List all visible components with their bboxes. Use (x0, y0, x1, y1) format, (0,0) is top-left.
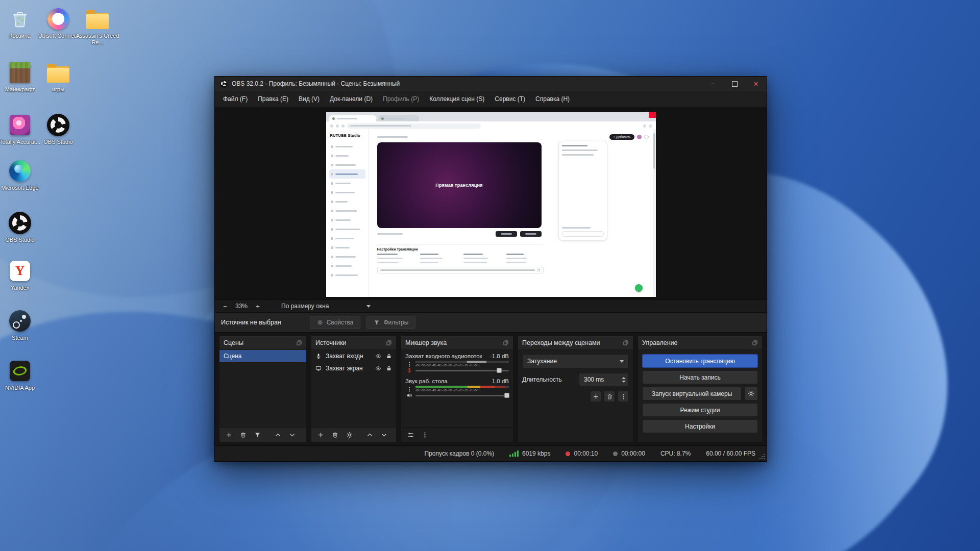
desktop-icon-yandex[interactable]: Yandex (0, 259, 40, 291)
menu-view[interactable]: Вид (V) (293, 95, 325, 103)
popout-icon[interactable] (386, 340, 392, 346)
fit-mode-dropdown[interactable]: По размеру окна (281, 303, 371, 310)
eye-icon[interactable] (375, 365, 381, 371)
preview-canvas[interactable]: RUTUBE Studio (326, 112, 656, 297)
source-label: Захват экран (326, 365, 363, 372)
zoom-level: 33% (235, 303, 248, 310)
source-properties-button[interactable] (344, 429, 355, 440)
desktop-icon-recycle-bin[interactable]: Корзина (0, 7, 40, 39)
sources-dock-header[interactable]: Источники (311, 336, 396, 349)
placeholder-line (562, 149, 598, 151)
menu-edit[interactable]: Правка (E) (253, 95, 293, 103)
remove-transition-button[interactable] (604, 391, 615, 402)
kebab-menu-icon[interactable] (406, 361, 412, 367)
minimize-button[interactable]: − (702, 77, 724, 91)
menu-profile[interactable]: Профиль (P) (378, 95, 424, 103)
desktop-icon-obs-studio-2[interactable]: OBS Studio (0, 211, 40, 243)
source-up-button[interactable] (364, 429, 375, 440)
folder-icon (46, 61, 70, 84)
duration-label: Длительность (522, 376, 562, 383)
stop-streaming-button[interactable]: Остановить трансляцию (642, 354, 758, 368)
popout-icon[interactable] (296, 340, 302, 346)
eye-icon[interactable] (375, 353, 381, 359)
volume-slider[interactable] (415, 367, 509, 374)
scene-filters-button[interactable] (252, 429, 263, 440)
resize-grip[interactable] (759, 454, 765, 460)
desktop-icon-obs-studio[interactable]: OBS Studio (38, 113, 78, 145)
source-item-audio-input[interactable]: Захват входн (311, 350, 396, 362)
remove-scene-button[interactable] (237, 429, 249, 440)
menu-scene-collection[interactable]: Коллекция сцен (S) (424, 95, 489, 103)
sidebar-menu-item (329, 261, 365, 270)
desktop-icon-ubisoft-connect[interactable]: Ubisoft Connect (38, 7, 78, 39)
menu-tools[interactable]: Сервис (T) (489, 95, 530, 103)
maximize-button[interactable] (724, 77, 745, 91)
zoom-in-button[interactable]: + (253, 302, 263, 311)
filters-button[interactable]: Фильтры (366, 316, 415, 329)
start-recording-button[interactable]: Начать запись (642, 370, 758, 384)
browser-scrollbar (653, 129, 656, 297)
title-bar[interactable]: OBS 32.0.2 - Профиль: Безымянный - Сцены… (215, 77, 767, 91)
transition-menu-button[interactable] (618, 391, 629, 402)
properties-button[interactable]: Свойства (310, 316, 361, 329)
volume-slider[interactable] (415, 392, 509, 399)
menu-file[interactable]: Файл (F) (218, 95, 253, 103)
desktop-icon-nvidia-app[interactable]: NVIDIA App (0, 359, 40, 391)
scene-down-button[interactable] (286, 429, 298, 440)
controls-dock-header[interactable]: Управление (638, 336, 762, 349)
slider-handle[interactable] (504, 393, 509, 398)
scene-item-selected[interactable]: Сцена (219, 350, 306, 362)
mixer-dock-header[interactable]: Микшер звука (401, 336, 513, 349)
spin-up-icon[interactable] (622, 377, 626, 379)
controls-title: Управление (642, 339, 678, 346)
popout-icon[interactable] (503, 340, 509, 346)
desktop-icon-minecraft[interactable]: Майнкрафт (0, 61, 40, 93)
desktop-icon-games-folder[interactable]: игры (38, 61, 78, 93)
placeholder-line (386, 118, 404, 119)
popout-icon[interactable] (623, 340, 629, 346)
lock-icon[interactable] (386, 353, 392, 359)
zoom-out-button[interactable]: − (220, 302, 230, 311)
kebab-menu-icon[interactable] (406, 386, 412, 392)
add-source-button[interactable] (315, 429, 326, 440)
rutube-main-area: + Добавить Прямая трансляция Настройки т… (369, 129, 656, 297)
spin-down-icon[interactable] (622, 381, 626, 383)
add-scene-button[interactable] (223, 429, 234, 440)
remove-source-button[interactable] (329, 429, 340, 440)
transition-select[interactable]: Затухание (522, 354, 629, 368)
popout-icon[interactable] (752, 340, 758, 346)
duration-spinbox[interactable]: 300 ms (579, 373, 629, 386)
speaker-icon[interactable] (406, 392, 412, 398)
desktop-icon-label: Ubisoft Connect (36, 33, 80, 39)
source-item-display-capture[interactable]: Захват экран (311, 362, 396, 374)
scene-up-button[interactable] (272, 429, 283, 440)
menu-bar: Файл (F) Правка (E) Вид (V) Док-панели (… (215, 91, 767, 107)
mute-mic-icon[interactable] (406, 367, 412, 373)
properties-label: Свойства (327, 319, 354, 326)
transitions-dock-header[interactable]: Переходы между сценами (518, 336, 633, 349)
studio-mode-button[interactable]: Режим студии (642, 403, 758, 417)
desktop-icon-label: NVIDIA App (0, 385, 42, 391)
source-down-button[interactable] (378, 429, 389, 440)
mixer-menu-button[interactable] (419, 429, 430, 440)
menu-docks[interactable]: Док-панели (D) (325, 95, 378, 103)
desktop-icon-assassins-creed[interactable]: Assassin's Creed Re... (78, 7, 117, 45)
sidebar-menu-item (329, 160, 365, 169)
scenes-dock-header[interactable]: Сцены (219, 336, 306, 349)
menu-help[interactable]: Справка (H) (530, 95, 575, 103)
close-button[interactable]: ✕ (745, 77, 767, 91)
preview-area: RUTUBE Studio (215, 107, 767, 299)
dock-area: Сцены Сцена Источники (215, 332, 767, 445)
virtual-camera-button[interactable]: Запуск виртуальной камеры (642, 387, 742, 400)
slider-handle[interactable] (497, 368, 502, 373)
add-transition-button[interactable] (590, 391, 601, 402)
virtual-camera-config-button[interactable] (744, 387, 758, 400)
lock-icon[interactable] (386, 365, 392, 371)
desktop-icon-steam[interactable]: Steam (0, 309, 40, 341)
settings-button[interactable]: Настройки (642, 419, 758, 433)
desktop-icon-microsoft-edge[interactable]: Microsoft Edge (0, 159, 40, 191)
desktop-icon-totally-accurate[interactable]: Totally Accurat... (0, 113, 40, 145)
obs-studio-icon (46, 113, 70, 137)
mixer-config-button[interactable] (405, 429, 416, 440)
placeholder-line (562, 227, 591, 229)
